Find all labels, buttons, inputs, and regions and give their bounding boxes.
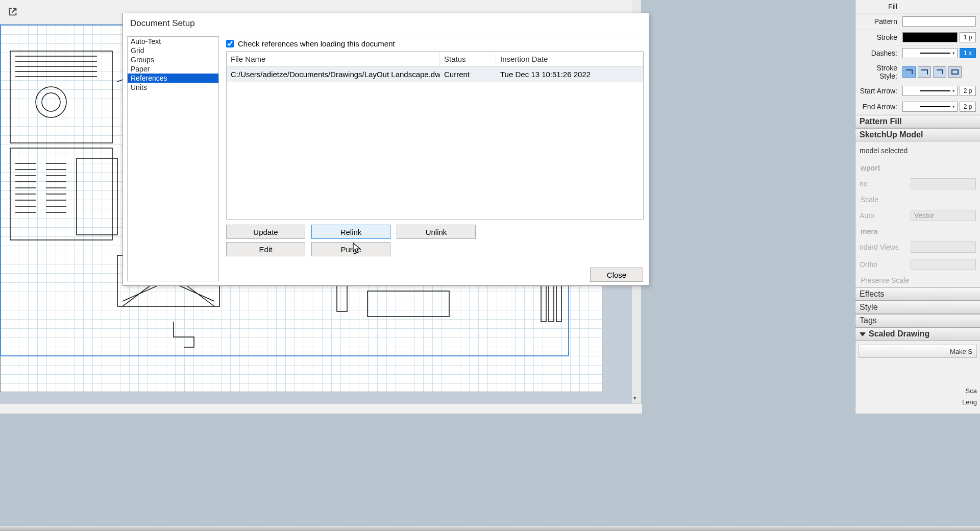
length-bottom-label: Leng (962, 398, 977, 406)
std-views-field (911, 242, 976, 253)
scaled-drawing-header[interactable]: Scaled Drawing (855, 327, 980, 341)
style-header[interactable]: Style (855, 301, 980, 314)
std-views-row: ndard Views (855, 238, 980, 256)
stroke-color-swatch[interactable] (902, 32, 958, 42)
chevron-down-icon: ▾ (952, 88, 955, 93)
preserve-scale-label: Preserve Scale (855, 273, 980, 287)
svg-rect-8 (541, 281, 546, 322)
close-button[interactable]: Close (590, 268, 643, 282)
svg-rect-4 (77, 158, 117, 235)
chevron-down-icon[interactable]: ▾ (633, 395, 636, 401)
ortho-label: Ortho (860, 260, 911, 269)
cap-style-button-1[interactable] (902, 66, 916, 78)
ortho-row: Ortho (855, 256, 980, 273)
stroke-style-row: Stroke Style: (855, 61, 980, 83)
header-filename[interactable]: File Name (227, 52, 440, 66)
table-header: File Name Status Insertion Date (227, 52, 643, 67)
stroke-label: Stroke (860, 33, 902, 41)
stroke-row: Stroke 1 p (855, 30, 980, 45)
svg-rect-0 (10, 51, 112, 143)
scaled-drawing-label: Scaled Drawing (869, 329, 929, 338)
end-arrow-dropdown[interactable]: ▾ (902, 102, 958, 112)
sidebar-item-autotext[interactable]: Auto-Text (128, 37, 218, 46)
dashes-dropdown[interactable]: ▾ (902, 48, 958, 58)
std-views-label: ndard Views (860, 243, 911, 251)
use-scale-label: Scale (855, 192, 980, 207)
share-icon[interactable] (7, 6, 18, 17)
scene-label: ne (860, 180, 911, 188)
cell-status: Current (440, 67, 496, 82)
cap-style-button-4[interactable] (948, 66, 962, 78)
window-bottom-strip (0, 526, 980, 531)
dashes-label: Dashes: (860, 49, 902, 57)
dialog-title: Document Setup (123, 13, 649, 34)
start-arrow-size-field[interactable]: 2 p (960, 86, 976, 96)
document-setup-dialog: Document Setup Auto-Text Grid Groups Pap… (122, 13, 649, 286)
cap-style-button-2[interactable] (918, 66, 931, 78)
scale-bottom-label: Sca (966, 387, 977, 395)
chevron-down-icon: ▾ (952, 51, 955, 56)
end-arrow-label: End Arrow: (860, 103, 902, 111)
end-arrow-size-field[interactable]: 2 p (960, 102, 976, 112)
viewport-label: wport (855, 161, 980, 175)
make-scaled-button[interactable]: Make S (859, 345, 977, 358)
auto-label: Auto (860, 211, 911, 220)
vector-field: Vector (911, 210, 976, 221)
svg-rect-10 (556, 281, 561, 322)
table-row[interactable]: C:/Users/adietze/Documents/Drawings/LayO… (227, 67, 643, 82)
stroke-width-field[interactable]: 1 p (960, 32, 976, 42)
pattern-dropdown[interactable] (902, 16, 976, 27)
update-button[interactable]: Update (226, 225, 305, 239)
scene-row: ne (855, 175, 980, 192)
edit-button[interactable]: Edit (226, 242, 305, 256)
sidebar-item-units[interactable]: Units (128, 83, 218, 92)
camera-label: mera (855, 224, 980, 238)
check-references-checkbox-row[interactable]: Check references when loading this docum… (226, 39, 644, 48)
start-arrow-label: Start Arrow: (860, 87, 902, 95)
start-arrow-row: Start Arrow: ▾ 2 p (855, 83, 980, 99)
sidebar-item-references[interactable]: References (128, 74, 218, 83)
relink-button[interactable]: Relink (311, 225, 390, 239)
stroke-style-label: Stroke Style: (860, 64, 902, 80)
fill-row: Fill (855, 0, 980, 14)
end-arrow-row: End Arrow: ▾ 2 p (855, 99, 980, 115)
cap-style-button-3[interactable] (933, 66, 946, 78)
auto-row: Auto Vector (855, 207, 980, 224)
sidebar-item-grid[interactable]: Grid (128, 46, 218, 55)
scene-field (911, 178, 976, 189)
fill-label: Fill (860, 3, 902, 11)
dialog-category-list[interactable]: Auto-Text Grid Groups Paper References U… (127, 36, 219, 281)
svg-rect-12 (952, 70, 958, 74)
dashes-scale-field[interactable]: 1 x (960, 48, 976, 58)
sidebar-item-groups[interactable]: Groups (128, 55, 218, 64)
unlink-button[interactable]: Unlink (397, 225, 476, 239)
dashes-row: Dashes: ▾ 1 x (855, 45, 980, 61)
check-references-label: Check references when loading this docum… (238, 39, 395, 48)
status-bar (0, 403, 642, 414)
sidebar-item-paper[interactable]: Paper (128, 64, 218, 74)
header-status[interactable]: Status (440, 52, 496, 66)
references-table[interactable]: File Name Status Insertion Date C:/Users… (226, 51, 644, 220)
header-date[interactable]: Insertion Date (496, 52, 643, 66)
pattern-row: Pattern (855, 14, 980, 30)
svg-rect-7 (368, 291, 449, 317)
start-arrow-dropdown[interactable]: ▾ (902, 86, 958, 96)
cell-filename: C:/Users/adietze/Documents/Drawings/LayO… (227, 67, 440, 82)
chevron-down-icon: ▾ (952, 104, 955, 109)
svg-rect-9 (549, 281, 554, 322)
sketchup-model-header[interactable]: SketchUp Model (855, 128, 980, 141)
cell-date: Tue Dec 13 10:51:26 2022 (496, 67, 643, 82)
pattern-fill-header[interactable]: Pattern Fill (855, 115, 980, 128)
check-references-checkbox[interactable] (226, 40, 234, 47)
purge-button[interactable]: Purge (311, 242, 390, 256)
svg-point-3 (42, 93, 60, 111)
svg-point-2 (36, 87, 66, 117)
properties-panel: Fill Pattern Stroke 1 p Dashes: ▾ 1 x St… (855, 0, 980, 414)
pattern-label: Pattern (860, 17, 902, 26)
effects-header[interactable]: Effects (855, 287, 980, 301)
reference-buttons: Update Relink Unlink Edit Purge (226, 225, 644, 256)
tags-header[interactable]: Tags (855, 314, 980, 327)
triangle-down-icon (860, 332, 866, 336)
ortho-field (911, 259, 976, 270)
model-selected-text: model selected (855, 141, 980, 161)
